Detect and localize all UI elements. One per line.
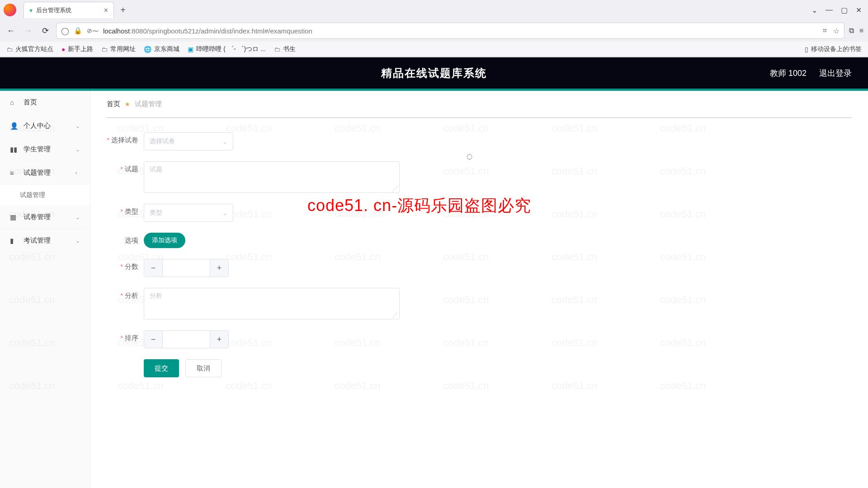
breadcrumb-current: 试题管理 [135, 100, 162, 108]
label-question: 试题 [107, 161, 144, 174]
sidebar-item-profile[interactable]: 👤 个人中心 ⌄ [0, 114, 90, 138]
bookmark-item[interactable]: ●新手上路 [61, 45, 93, 53]
breadcrumb-home[interactable]: 首页 [107, 100, 120, 108]
sidebar-item-question[interactable]: ≡ 试题管理 ⌃ [0, 161, 90, 185]
firefox-icon: ● [61, 46, 65, 53]
extensions-icon[interactable]: ⧉ [849, 27, 854, 35]
chevron-down-icon: ⌄ [75, 214, 80, 221]
sidebar-item-paper[interactable]: ▦ 试卷管理 ⌄ [0, 206, 90, 229]
sort-input[interactable] [162, 331, 210, 348]
label-option: 选项 [107, 233, 144, 245]
label-spacer [107, 359, 144, 363]
bookmark-item[interactable]: 🌐京东商城 [144, 45, 179, 53]
bookmark-item[interactable]: 🗀常用网址 [101, 45, 136, 53]
sliders-icon: ≡ [10, 169, 18, 177]
address-bar-row: ← → ⟳ ◯ 🔒 ⊘⁓ localhost:8080/springbootu5… [0, 20, 868, 42]
label-select-paper: 选择试卷 [107, 132, 144, 145]
select-placeholder: 类型 [150, 209, 162, 217]
increase-button[interactable]: + [210, 259, 228, 277]
score-stepper[interactable]: − + [144, 259, 229, 277]
input-question[interactable]: 试题 ⋰ [144, 161, 400, 193]
watermark-text: code51.cn [335, 380, 381, 392]
sort-stepper[interactable]: − + [144, 330, 229, 348]
url-bar[interactable]: ◯ 🔒 ⊘⁓ localhost:8080/springbootu521z/ad… [56, 23, 844, 39]
user-icon: 👤 [10, 122, 18, 130]
select-paper[interactable]: 选择试卷 ⌄ [144, 132, 233, 150]
logout-link[interactable]: 退出登录 [819, 68, 852, 79]
sidebar-item-exam[interactable]: ▮ 考试管理 ⌄ [0, 229, 90, 253]
shield-icon[interactable]: ◯ [61, 27, 69, 35]
resize-handle-icon[interactable]: ⋰ [392, 312, 398, 318]
back-button[interactable]: ← [5, 24, 17, 37]
globe-icon: 🌐 [144, 46, 151, 53]
flag-icon: ▮ [10, 237, 18, 245]
app-title: 精品在线试题库系统 [381, 66, 487, 80]
sidebar-item-student[interactable]: ▮▮ 学生管理 ⌄ [0, 138, 90, 161]
decrease-button[interactable]: − [144, 331, 162, 348]
textarea-placeholder: 试题 [150, 165, 162, 173]
sidebar-subitem-question[interactable]: 试题管理 [0, 185, 90, 206]
resize-handle-icon[interactable]: ⋰ [392, 185, 398, 192]
minimize-icon[interactable]: — [826, 6, 833, 14]
reader-icon[interactable]: ⌗ [823, 27, 827, 35]
menu-icon[interactable]: ≡ [859, 27, 863, 35]
folder-icon: 🗀 [274, 46, 280, 53]
label-sort: 排序 [107, 330, 144, 343]
decrease-button[interactable]: − [144, 259, 162, 277]
sidebar-item-label: 试题管理 [24, 169, 51, 177]
vue-icon: ▾ [29, 7, 33, 14]
question-form: 选择试卷 选择试卷 ⌄ 试题 试题 ⋰ 类型 类型 ⌄ [107, 132, 852, 377]
chevron-down-icon: ⌄ [75, 146, 80, 153]
app-header: 精品在线试题库系统 教师 1002 退出登录 [0, 57, 868, 91]
score-input[interactable] [162, 259, 210, 277]
input-analysis[interactable]: 分析 ⋰ [144, 288, 400, 319]
sidebar-item-label: 考试管理 [24, 236, 51, 245]
label-analysis: 分析 [107, 288, 144, 300]
cancel-button[interactable]: 取消 [185, 359, 222, 377]
watermark-text: code51.cn [226, 380, 272, 392]
sidebar-item-label: 试卷管理 [24, 213, 51, 221]
bookmark-item[interactable]: 🗀书生 [274, 45, 296, 53]
tabs-dropdown-icon[interactable]: ⌄ [811, 6, 817, 14]
user-label[interactable]: 教师 1002 [770, 68, 807, 79]
bar-icon: ▮▮ [10, 145, 18, 154]
sidebar-item-label: 学生管理 [24, 145, 51, 154]
bilibili-icon: ▣ [188, 46, 193, 53]
select-type[interactable]: 类型 ⌄ [144, 204, 233, 222]
permission-icon[interactable]: ⊘⁓ [87, 27, 99, 34]
increase-button[interactable]: + [210, 331, 228, 348]
chevron-down-icon: ⌄ [222, 210, 227, 216]
home-icon: ⌂ [10, 99, 18, 106]
bookmark-item[interactable]: 🗀火狐官方站点 [6, 45, 53, 53]
browser-tab[interactable]: ▾ 后台管理系统 × [24, 2, 114, 18]
tab-strip: ▾ 后台管理系统 × + ⌄ — ▢ ✕ [0, 0, 868, 20]
folder-icon: 🗀 [101, 46, 108, 53]
new-tab-button[interactable]: + [117, 4, 129, 16]
chevron-down-icon: ⌄ [75, 238, 80, 244]
submit-button[interactable]: 提交 [144, 359, 179, 377]
sidebar-item-label: 试题管理 [20, 191, 45, 198]
url-text: localhost:8080/springbootu521z/admin/dis… [103, 27, 312, 35]
maximize-icon[interactable]: ▢ [841, 6, 848, 14]
bookmark-star-icon[interactable]: ☆ [833, 27, 840, 35]
chevron-down-icon: ⌄ [75, 123, 80, 129]
sidebar-item-label: 首页 [24, 98, 37, 107]
sidebar-item-home[interactable]: ⌂ 首页 [0, 91, 90, 114]
watermark-text: code51.cn [118, 380, 164, 392]
close-icon[interactable]: × [104, 6, 108, 14]
tab-title: 后台管理系统 [36, 6, 71, 14]
mobile-bookmarks[interactable]: ▯移动设备上的书签 [805, 45, 862, 53]
textarea-placeholder: 分析 [150, 292, 162, 299]
forward-button[interactable]: → [22, 24, 34, 37]
select-placeholder: 选择试卷 [150, 137, 175, 145]
watermark-text: code51.cn [552, 380, 598, 392]
content-area: code51.cncode51.cncode51.cncode51.cncode… [90, 91, 868, 488]
reload-button[interactable]: ⟳ [39, 24, 52, 37]
close-window-icon[interactable]: ✕ [856, 6, 862, 14]
lock-icon[interactable]: 🔒 [74, 27, 82, 35]
star-icon: ★ [125, 101, 130, 108]
sidebar: ⌂ 首页 👤 个人中心 ⌄ ▮▮ 学生管理 ⌄ ≡ 试题管理 ⌃ 试题管理 ▦ … [0, 91, 90, 488]
bookmark-item[interactable]: ▣哔哩哔哩 ( ゜- ゜)つロ ... [188, 45, 265, 53]
add-option-button[interactable]: 添加选项 [144, 233, 185, 248]
chevron-up-icon: ⌃ [75, 171, 81, 175]
